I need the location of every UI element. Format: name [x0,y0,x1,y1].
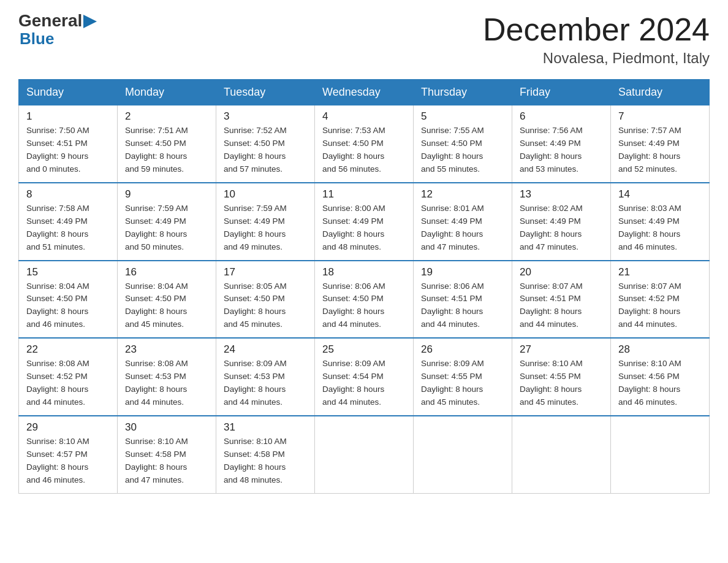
day-number: 8 [26,188,110,201]
day-info: Sunrise: 8:07 AMSunset: 4:52 PMDaylight:… [618,280,702,332]
day-number: 6 [520,110,603,123]
day-cell: 13 Sunrise: 8:02 AMSunset: 4:49 PMDaylig… [512,183,611,261]
day-number: 16 [125,266,208,278]
day-cell: 19 Sunrise: 8:06 AMSunset: 4:51 PMDaylig… [414,261,512,339]
day-number: 25 [322,343,406,356]
day-info: Sunrise: 8:08 AMSunset: 4:53 PMDaylight:… [125,358,208,409]
day-number: 26 [421,343,504,356]
day-cell: 20 Sunrise: 8:07 AMSunset: 4:51 PMDaylig… [512,261,611,339]
svg-marker-0 [83,15,97,28]
month-title: December 2024 [483,12,710,47]
day-info: Sunrise: 8:09 AMSunset: 4:54 PMDaylight:… [322,358,406,409]
day-number: 13 [520,188,603,201]
day-cell: 27 Sunrise: 8:10 AMSunset: 4:55 PMDaylig… [512,338,611,416]
day-number: 15 [26,266,110,278]
day-cell: 4 Sunrise: 7:53 AMSunset: 4:50 PMDayligh… [315,105,414,183]
day-cell: 26 Sunrise: 8:09 AMSunset: 4:55 PMDaylig… [414,338,512,416]
logo-arrow-icon [83,15,97,28]
day-info: Sunrise: 8:10 AMSunset: 4:57 PMDaylight:… [26,435,110,487]
day-info: Sunrise: 7:50 AMSunset: 4:51 PMDaylight:… [26,124,110,176]
day-info: Sunrise: 7:58 AMSunset: 4:49 PMDaylight:… [26,202,110,254]
day-number: 4 [322,110,406,123]
day-header-wednesday: Wednesday [315,80,414,105]
day-number: 14 [618,188,702,201]
day-info: Sunrise: 8:06 AMSunset: 4:50 PMDaylight:… [322,280,406,332]
day-info: Sunrise: 8:10 AMSunset: 4:56 PMDaylight:… [618,358,702,409]
day-info: Sunrise: 7:59 AMSunset: 4:49 PMDaylight:… [125,202,208,254]
day-info: Sunrise: 8:04 AMSunset: 4:50 PMDaylight:… [125,280,208,332]
day-number: 7 [618,110,702,123]
day-number: 3 [224,110,307,123]
day-info: Sunrise: 8:00 AMSunset: 4:49 PMDaylight:… [322,202,406,254]
day-info: Sunrise: 7:59 AMSunset: 4:49 PMDaylight:… [224,202,307,254]
day-cell: 1 Sunrise: 7:50 AMSunset: 4:51 PMDayligh… [19,105,118,183]
day-cell: 15 Sunrise: 8:04 AMSunset: 4:50 PMDaylig… [19,261,118,339]
day-number: 2 [125,110,208,123]
day-header-tuesday: Tuesday [216,80,315,105]
day-number: 29 [26,421,110,434]
day-cell: 7 Sunrise: 7:57 AMSunset: 4:49 PMDayligh… [611,105,710,183]
day-cell: 5 Sunrise: 7:55 AMSunset: 4:50 PMDayligh… [414,105,512,183]
logo: General Blue [18,12,97,48]
day-cell: 30 Sunrise: 8:10 AMSunset: 4:58 PMDaylig… [118,416,216,493]
page-header: General Blue December 2024 Novalesa, Pie… [18,12,710,67]
day-cell: 2 Sunrise: 7:51 AMSunset: 4:50 PMDayligh… [118,105,216,183]
day-cell: 11 Sunrise: 8:00 AMSunset: 4:49 PMDaylig… [315,183,414,261]
day-info: Sunrise: 7:51 AMSunset: 4:50 PMDaylight:… [125,124,208,176]
day-info: Sunrise: 8:05 AMSunset: 4:50 PMDaylight:… [224,280,307,332]
day-info: Sunrise: 8:09 AMSunset: 4:53 PMDaylight:… [224,358,307,409]
day-number: 30 [125,421,208,434]
day-info: Sunrise: 7:52 AMSunset: 4:50 PMDaylight:… [224,124,307,176]
day-info: Sunrise: 7:57 AMSunset: 4:49 PMDaylight:… [618,124,702,176]
day-cell: 22 Sunrise: 8:08 AMSunset: 4:52 PMDaylig… [19,338,118,416]
day-cell: 14 Sunrise: 8:03 AMSunset: 4:49 PMDaylig… [611,183,710,261]
day-header-thursday: Thursday [414,80,512,105]
week-row-4: 22 Sunrise: 8:08 AMSunset: 4:52 PMDaylig… [19,338,710,416]
logo-general: General [18,12,82,29]
logo-blue: Blue [20,29,97,48]
day-cell [414,416,512,493]
day-header-sunday: Sunday [19,80,118,105]
day-cell: 3 Sunrise: 7:52 AMSunset: 4:50 PMDayligh… [216,105,315,183]
day-header-friday: Friday [512,80,611,105]
day-number: 31 [224,421,307,434]
day-cell [611,416,710,493]
day-info: Sunrise: 8:04 AMSunset: 4:50 PMDaylight:… [26,280,110,332]
day-cell [512,416,611,493]
day-info: Sunrise: 8:08 AMSunset: 4:52 PMDaylight:… [26,358,110,409]
header-row: SundayMondayTuesdayWednesdayThursdayFrid… [19,80,710,105]
day-number: 10 [224,188,307,201]
day-cell: 10 Sunrise: 7:59 AMSunset: 4:49 PMDaylig… [216,183,315,261]
day-number: 12 [421,188,504,201]
day-info: Sunrise: 8:10 AMSunset: 4:55 PMDaylight:… [520,358,603,409]
day-number: 5 [421,110,504,123]
day-info: Sunrise: 8:02 AMSunset: 4:49 PMDaylight:… [520,202,603,254]
day-number: 1 [26,110,110,123]
day-number: 17 [224,266,307,278]
day-cell: 18 Sunrise: 8:06 AMSunset: 4:50 PMDaylig… [315,261,414,339]
week-row-3: 15 Sunrise: 8:04 AMSunset: 4:50 PMDaylig… [19,261,710,339]
day-cell [315,416,414,493]
day-number: 28 [618,343,702,356]
day-number: 24 [224,343,307,356]
week-row-2: 8 Sunrise: 7:58 AMSunset: 4:49 PMDayligh… [19,183,710,261]
day-number: 19 [421,266,504,278]
day-header-saturday: Saturday [611,80,710,105]
day-info: Sunrise: 8:01 AMSunset: 4:49 PMDaylight:… [421,202,504,254]
location-title: Novalesa, Piedmont, Italy [483,50,710,67]
day-info: Sunrise: 8:09 AMSunset: 4:55 PMDaylight:… [421,358,504,409]
day-cell: 31 Sunrise: 8:10 AMSunset: 4:58 PMDaylig… [216,416,315,493]
day-info: Sunrise: 7:53 AMSunset: 4:50 PMDaylight:… [322,124,406,176]
day-cell: 23 Sunrise: 8:08 AMSunset: 4:53 PMDaylig… [118,338,216,416]
day-number: 22 [26,343,110,356]
day-cell: 29 Sunrise: 8:10 AMSunset: 4:57 PMDaylig… [19,416,118,493]
day-number: 11 [322,188,406,201]
week-row-1: 1 Sunrise: 7:50 AMSunset: 4:51 PMDayligh… [19,105,710,183]
calendar-table: SundayMondayTuesdayWednesdayThursdayFrid… [18,79,710,493]
title-block: December 2024 Novalesa, Piedmont, Italy [483,12,710,67]
day-info: Sunrise: 7:56 AMSunset: 4:49 PMDaylight:… [520,124,603,176]
day-number: 9 [125,188,208,201]
day-cell: 9 Sunrise: 7:59 AMSunset: 4:49 PMDayligh… [118,183,216,261]
day-info: Sunrise: 8:06 AMSunset: 4:51 PMDaylight:… [421,280,504,332]
day-info: Sunrise: 8:10 AMSunset: 4:58 PMDaylight:… [125,435,208,487]
